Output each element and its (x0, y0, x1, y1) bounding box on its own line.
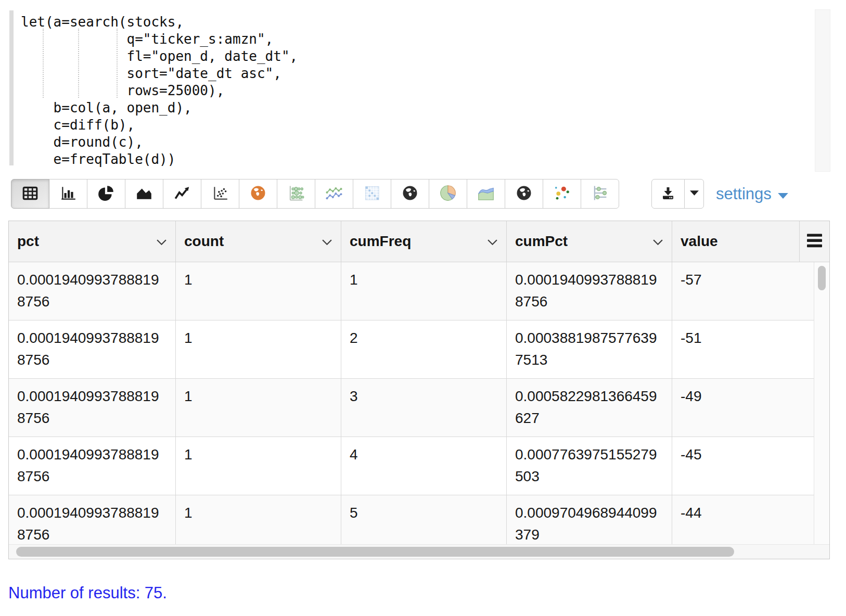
cell-count: 1 (176, 495, 341, 544)
cell-value: -57 (672, 262, 814, 320)
code-line: sort="date_dt asc", (21, 65, 298, 82)
globe-dark-icon (401, 184, 419, 204)
column-header-cumPct[interactable]: cumPct (507, 221, 672, 262)
area-chart-icon (135, 184, 153, 203)
column-header-label: count (184, 233, 224, 250)
area-colored-chart-button[interactable] (467, 179, 505, 209)
cell-pct: 0.00019409937888198756 (9, 437, 176, 495)
code-line: rows=25000), (21, 82, 298, 99)
cell-cumFreq: 2 (341, 320, 507, 378)
code-line: q="ticker_s:amzn", (21, 31, 298, 48)
results-count-text: Number of results: 75. (8, 584, 167, 602)
cell-pct: 0.00019409937888198756 (9, 495, 176, 544)
table-row[interactable]: 0.00019409937888198756140.00077639751552… (9, 437, 814, 495)
caret-down-icon (778, 185, 788, 203)
scatter-plot-button[interactable] (201, 179, 239, 209)
visualization-toolbar (11, 179, 619, 209)
column-header-pct[interactable]: pct (9, 221, 176, 262)
cell-value: -45 (672, 437, 814, 495)
scatter-colored-chart-button[interactable] (543, 179, 581, 209)
code-gutter-bar (9, 10, 14, 165)
code-line: e=freqTable(d)) (21, 151, 298, 168)
table-row[interactable]: 0.00019409937888198756150.00097049689440… (9, 495, 814, 544)
globe-chart-button[interactable] (391, 179, 429, 209)
bar-chart-icon (59, 184, 77, 203)
cell-cumPct: 0.00038819875776397513 (507, 320, 672, 378)
table-horizontal-scrollbar[interactable] (9, 544, 829, 559)
dot-plot-chart-button[interactable] (581, 179, 619, 209)
code-line: let(a=search(stocks, (21, 14, 298, 31)
code-line: b=col(a, open_d), (21, 99, 298, 117)
code-editor[interactable]: let(a=search(stocks, q="ticker_s:amzn", … (8, 6, 830, 172)
hamburger-menu-icon (807, 234, 822, 250)
pie-chart-button[interactable] (87, 179, 125, 209)
grid-header: pctcountcumFreqcumPctvalue (9, 221, 829, 262)
cell-cumFreq: 3 (341, 379, 507, 437)
vertical-scrollbar-thumb[interactable] (818, 266, 826, 290)
table-icon (21, 184, 39, 203)
table-vertical-scrollbar[interactable] (814, 262, 829, 544)
settings-label: settings (716, 185, 772, 203)
table-row[interactable]: 0.00019409937888198756110.00019409937888… (9, 262, 814, 320)
cell-cumPct: 0.0005822981366459627 (507, 379, 672, 437)
horizontal-scrollbar-thumb[interactable] (16, 547, 734, 557)
caret-down-icon (690, 190, 699, 198)
column-header-label: value (681, 233, 718, 250)
bubble-matrix-chart-button[interactable] (277, 179, 315, 209)
cell-count: 1 (176, 437, 341, 495)
bubble-matrix-icon (287, 184, 305, 204)
grid-menu-button[interactable] (799, 221, 829, 262)
column-header-cumFreq[interactable]: cumFreq (341, 221, 507, 262)
scatter-colored-icon (553, 184, 571, 204)
area-chart-button[interactable] (125, 179, 163, 209)
heatmap-chart-button[interactable] (353, 179, 391, 209)
pie-colored-chart-button[interactable] (429, 179, 467, 209)
download-icon (660, 185, 676, 203)
bar-chart-button[interactable] (49, 179, 87, 209)
column-header-value[interactable]: value (672, 221, 800, 262)
cell-cumPct: 0.0007763975155279503 (507, 437, 672, 495)
chevron-down-icon[interactable] (487, 239, 498, 246)
column-header-count[interactable]: count (176, 221, 341, 262)
cell-cumFreq: 5 (341, 495, 507, 544)
globe-dark-2-icon (515, 184, 533, 204)
download-dropdown-button[interactable] (684, 179, 704, 209)
code-line: d=round(c), (21, 134, 298, 151)
line-chart-icon (173, 184, 191, 203)
cell-count: 1 (176, 320, 341, 378)
code-block[interactable]: let(a=search(stocks, q="ticker_s:amzn", … (21, 14, 298, 168)
table-row[interactable]: 0.00019409937888198756120.00038819875776… (9, 320, 814, 379)
cell-cumPct: 0.0009704968944099379 (507, 495, 672, 544)
globe-orange-icon (249, 184, 267, 204)
cell-pct: 0.00019409937888198756 (9, 262, 176, 320)
globe-chart-2-button[interactable] (505, 179, 543, 209)
download-button[interactable] (651, 179, 685, 209)
chevron-down-icon[interactable] (322, 239, 332, 246)
column-header-label: cumPct (515, 233, 568, 250)
multi-line-chart-button[interactable] (315, 179, 353, 209)
pie-chart-icon (97, 184, 115, 203)
multi-line-chart-icon (325, 184, 343, 204)
code-vertical-scrollbar[interactable] (815, 9, 830, 172)
column-header-label: pct (17, 233, 39, 250)
cell-pct: 0.00019409937888198756 (9, 320, 176, 378)
cell-pct: 0.00019409937888198756 (9, 379, 176, 437)
cell-value: -51 (672, 320, 814, 378)
chevron-down-icon[interactable] (156, 239, 167, 246)
download-split-button (651, 179, 704, 209)
settings-toggle[interactable]: settings (716, 179, 788, 209)
cell-cumFreq: 4 (341, 437, 507, 495)
cell-cumPct: 0.00019409937888198756 (507, 262, 672, 320)
line-chart-button[interactable] (163, 179, 201, 209)
area-colored-icon (476, 183, 496, 204)
table-view-button[interactable] (11, 179, 49, 209)
table-row[interactable]: 0.00019409937888198756130.00058229813664… (9, 379, 814, 437)
chevron-down-icon[interactable] (652, 239, 663, 246)
results-table: pctcountcumFreqcumPctvalue 0.00019409937… (8, 221, 830, 559)
dot-plot-icon (591, 184, 609, 204)
cell-value: -44 (672, 495, 814, 544)
code-line: c=diff(b), (21, 117, 298, 134)
cell-count: 1 (176, 262, 341, 320)
cell-count: 1 (176, 379, 341, 437)
map-chart-button[interactable] (239, 179, 277, 209)
